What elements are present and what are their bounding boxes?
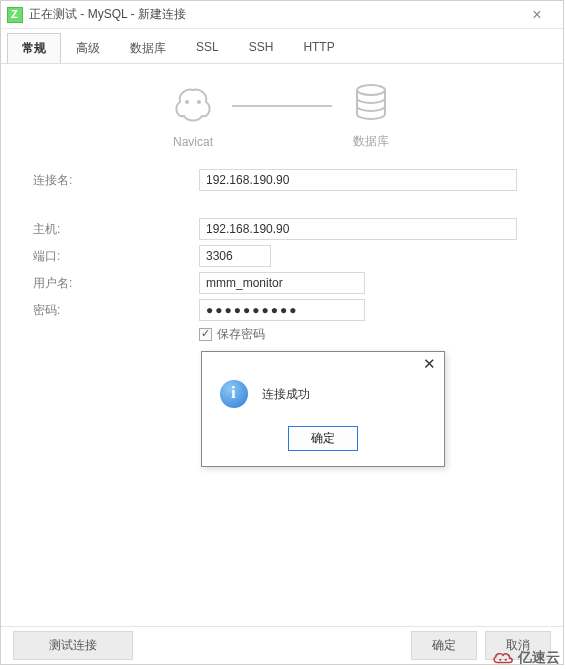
dialog-footer: 测试连接 确定 取消: [1, 626, 563, 664]
password-label: 密码:: [31, 302, 199, 319]
port-label: 端口:: [31, 248, 199, 265]
window-title: 正在测试 - MySQL - 新建连接: [29, 6, 517, 23]
diagram-navicat-label: Navicat: [172, 135, 214, 149]
close-icon[interactable]: ✕: [414, 355, 444, 373]
titlebar: 正在测试 - MySQL - 新建连接 ×: [1, 1, 563, 29]
tab-advanced[interactable]: 高级: [61, 33, 115, 63]
diagram-connector: [232, 105, 332, 107]
tab-general[interactable]: 常规: [7, 33, 61, 63]
navicat-elephant-icon: [172, 84, 214, 124]
connection-name-label: 连接名:: [31, 172, 199, 189]
message-ok-button[interactable]: 确定: [288, 426, 358, 451]
diagram-database-label: 数据库: [350, 133, 392, 150]
username-input[interactable]: [199, 272, 365, 294]
content-area: Navicat 数据库 连接名: 主机: 端口:: [1, 64, 563, 343]
tab-database[interactable]: 数据库: [115, 33, 181, 63]
password-input[interactable]: [199, 299, 365, 321]
svg-point-0: [185, 100, 189, 104]
ok-button[interactable]: 确定: [411, 631, 477, 660]
save-password-checkbox[interactable]: [199, 328, 212, 341]
port-input[interactable]: [199, 245, 271, 267]
host-label: 主机:: [31, 221, 199, 238]
test-connection-button[interactable]: 测试连接: [13, 631, 133, 660]
diagram-navicat: Navicat: [172, 84, 214, 149]
host-input[interactable]: [199, 218, 517, 240]
message-dialog: ✕ 连接成功 确定: [201, 351, 445, 467]
message-text: 连接成功: [262, 386, 310, 403]
svg-point-2: [357, 85, 385, 95]
save-password-label: 保存密码: [217, 326, 265, 343]
diagram-database: 数据库: [350, 82, 392, 150]
navicat-app-icon: [7, 7, 23, 23]
cancel-button[interactable]: 取消: [485, 631, 551, 660]
connection-name-input[interactable]: [199, 169, 517, 191]
database-cylinder-icon: [350, 82, 392, 122]
tab-bar: 常规 高级 数据库 SSL SSH HTTP: [1, 29, 563, 64]
info-icon: [220, 380, 248, 408]
save-password-row[interactable]: 保存密码: [199, 326, 533, 343]
svg-point-1: [197, 100, 201, 104]
tab-http[interactable]: HTTP: [288, 33, 349, 63]
tab-ssh[interactable]: SSH: [234, 33, 289, 63]
username-label: 用户名:: [31, 275, 199, 292]
tab-ssl[interactable]: SSL: [181, 33, 234, 63]
dialog-window: 正在测试 - MySQL - 新建连接 × 常规 高级 数据库 SSL SSH …: [0, 0, 564, 665]
close-icon[interactable]: ×: [517, 6, 557, 24]
connection-diagram: Navicat 数据库: [31, 82, 533, 150]
